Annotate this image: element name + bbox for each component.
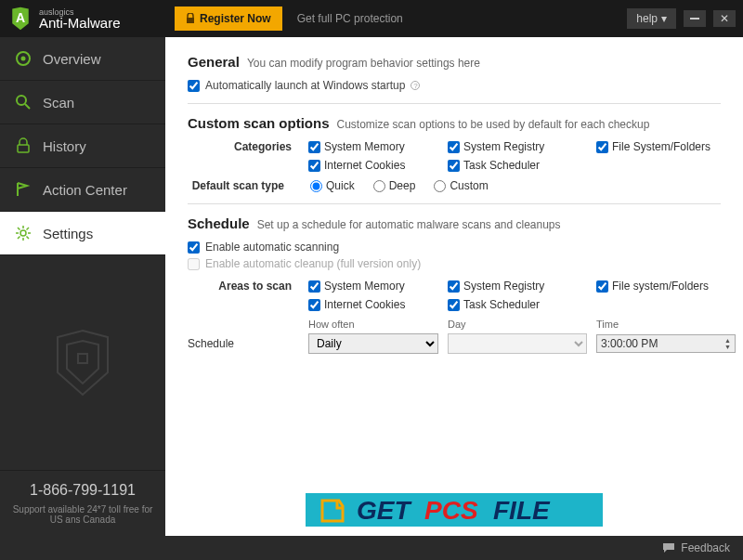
- cat-system-registry[interactable]: System Registry: [448, 140, 587, 153]
- time-header: Time: [596, 319, 736, 330]
- svg-rect-20: [78, 354, 87, 363]
- cat-internet-cookies[interactable]: Internet Cookies: [308, 159, 438, 172]
- area-task-scheduler[interactable]: Task Scheduler: [448, 298, 587, 311]
- protection-text: Get full PC protection: [297, 12, 403, 25]
- area-internet-cookies[interactable]: Internet Cookies: [308, 298, 438, 311]
- chat-icon: [662, 542, 675, 553]
- sidebar-item-overview[interactable]: Overview: [0, 37, 165, 81]
- scantype-label: Default scan type: [188, 179, 292, 192]
- sidebar-item-action[interactable]: Action Center: [0, 168, 165, 212]
- sidebar-item-scan[interactable]: Scan: [0, 81, 165, 124]
- custom-scan-section: Custom scan options Customize scan optio…: [188, 115, 721, 192]
- chevron-down-icon: ▾: [661, 12, 667, 25]
- shield-outline-icon: [50, 326, 115, 400]
- minimize-icon: [690, 18, 699, 20]
- howoften-header: How often: [308, 319, 438, 330]
- general-title: General: [188, 54, 240, 70]
- area-file-system[interactable]: File system/Folders: [596, 280, 736, 293]
- svg-rect-3: [690, 18, 699, 20]
- sidebar-item-settings[interactable]: Settings: [0, 212, 165, 255]
- svg-rect-8: [18, 145, 29, 152]
- sidebar-item-history[interactable]: History: [0, 124, 165, 168]
- svg-text:PCS: PCS: [424, 496, 478, 525]
- svg-rect-2: [187, 18, 194, 23]
- divider: [188, 203, 721, 204]
- svg-line-7: [25, 104, 30, 109]
- cat-file-system[interactable]: File System/Folders: [596, 140, 736, 153]
- watermark: GET PCS FILE: [306, 488, 603, 536]
- sidebar: Overview Scan History Action Center Sett…: [0, 37, 165, 536]
- areas-label: Areas to scan: [188, 280, 299, 293]
- enable-cleanup-checkbox: Enable automatic cleanup (full version o…: [188, 257, 721, 270]
- lock-icon: [186, 13, 195, 24]
- help-button[interactable]: help ▾: [627, 8, 676, 29]
- flag-icon: [15, 181, 32, 198]
- area-system-registry[interactable]: System Registry: [448, 280, 587, 293]
- close-button[interactable]: ✕: [713, 10, 736, 27]
- general-sub: You can modify program behavior settings…: [247, 57, 480, 70]
- autolaunch-checkbox[interactable]: Automatically launch at Windows startup …: [188, 79, 721, 92]
- register-button[interactable]: Register Now: [175, 7, 282, 31]
- svg-text:FILE: FILE: [493, 496, 551, 525]
- support-text: Support available 24*7 toll free for US …: [9, 504, 156, 525]
- svg-text:GET: GET: [357, 496, 412, 525]
- shield-icon: A: [7, 6, 33, 32]
- cat-system-memory[interactable]: System Memory: [308, 140, 438, 153]
- divider: [188, 103, 721, 104]
- svg-point-6: [17, 96, 26, 105]
- svg-line-17: [27, 228, 30, 230]
- custom-title: Custom scan options: [188, 115, 330, 131]
- sidebar-footer: 1-866-799-1191 Support available 24*7 to…: [0, 470, 165, 536]
- sidebar-decoration: [0, 255, 165, 470]
- scantype-custom[interactable]: Custom: [434, 179, 488, 192]
- day-select[interactable]: [448, 333, 587, 354]
- schedule-label: Schedule: [188, 337, 299, 350]
- svg-line-15: [27, 237, 30, 240]
- schedule-section: Schedule Set up a schedule for automatic…: [188, 215, 721, 354]
- feedback-link[interactable]: Feedback: [681, 541, 730, 554]
- svg-point-5: [21, 57, 26, 61]
- titlebar: A auslogics Anti-Malware Register Now Ge…: [0, 0, 743, 37]
- product-label: Anti-Malware: [39, 16, 121, 30]
- custom-sub: Customize scan options to be used by def…: [337, 118, 650, 131]
- lock-icon: [15, 137, 32, 154]
- scantype-quick[interactable]: Quick: [310, 179, 355, 192]
- help-icon[interactable]: ?: [411, 81, 420, 90]
- scantype-deep[interactable]: Deep: [373, 179, 416, 192]
- svg-line-14: [18, 228, 20, 230]
- gear-icon: [15, 225, 32, 241]
- search-icon: [15, 94, 32, 111]
- time-input[interactable]: 3:00:00 PM ▲▼: [596, 334, 736, 353]
- target-icon: [15, 50, 32, 67]
- schedule-title: Schedule: [188, 215, 250, 231]
- phone-number: 1-866-799-1191: [9, 482, 156, 499]
- svg-text:A: A: [16, 10, 25, 25]
- minimize-button[interactable]: [684, 10, 706, 27]
- svg-point-9: [20, 230, 26, 236]
- howoften-select[interactable]: Daily: [308, 333, 438, 354]
- enable-scanning-checkbox[interactable]: Enable automatic scanning: [188, 241, 721, 254]
- spinner-icon[interactable]: ▲▼: [724, 337, 731, 350]
- general-section: General You can modify program behavior …: [188, 54, 721, 92]
- categories-label: Categories: [188, 140, 299, 153]
- schedule-sub: Set up a schedule for automatic malware …: [257, 218, 561, 231]
- app-logo: A auslogics Anti-Malware: [7, 6, 165, 32]
- close-icon: ✕: [720, 12, 729, 25]
- statusbar: Feedback: [0, 536, 743, 560]
- area-system-memory[interactable]: System Memory: [308, 280, 438, 293]
- content-pane: General You can modify program behavior …: [165, 37, 743, 536]
- register-label: Register Now: [200, 12, 271, 25]
- svg-line-16: [18, 237, 20, 240]
- cat-task-scheduler[interactable]: Task Scheduler: [448, 159, 587, 172]
- day-header: Day: [448, 319, 587, 330]
